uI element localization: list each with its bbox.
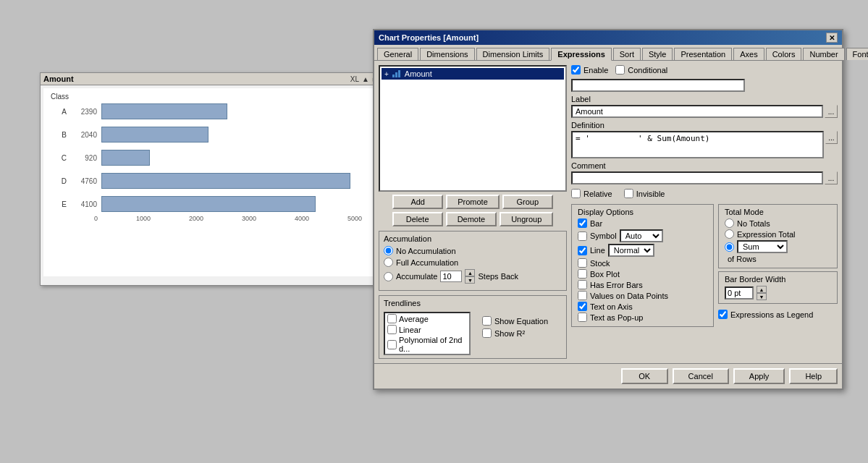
dialog-content: + Amount Add Promote Group: [374, 61, 842, 363]
expression-total-radio[interactable]: [725, 229, 734, 239]
sum-radio[interactable]: [725, 242, 734, 252]
stock-checkbox[interactable]: [578, 258, 587, 268]
label-field-group: Label ...: [571, 95, 838, 118]
full-accumulation-radio[interactable]: [384, 258, 393, 267]
tab-colors[interactable]: Colors: [766, 48, 802, 60]
relative-row: Relative: [571, 189, 612, 198]
text-on-axis-checkbox[interactable]: [578, 302, 587, 311]
boxplot-checkbox[interactable]: [578, 269, 587, 279]
bar-label-b: B: [56, 131, 67, 139]
invisible-checkbox[interactable]: [624, 189, 633, 198]
poly3-label: Polynomial of 3rd d...: [399, 354, 467, 355]
tab-presentation[interactable]: Presentation: [674, 48, 732, 60]
chart-axis: 0 1000 2000 3000 4000 5000: [51, 215, 369, 222]
list-item[interactable]: Average: [385, 313, 469, 324]
table-row: A 2390: [56, 103, 369, 119]
list-item[interactable]: + Amount: [382, 68, 564, 80]
label-input[interactable]: [571, 105, 823, 118]
steps-input[interactable]: [440, 271, 462, 282]
tab-style[interactable]: Style: [642, 48, 673, 60]
no-totals-label: No Totals: [737, 219, 770, 228]
line-checkbox[interactable]: [578, 246, 587, 255]
relative-label: Relative: [583, 190, 612, 198]
show-equation-row: Show Equation: [482, 316, 548, 326]
bar-border-input[interactable]: [725, 286, 754, 300]
no-accumulation-radio[interactable]: [384, 246, 393, 255]
tab-number[interactable]: Number: [803, 48, 844, 60]
definition-ellipsis-button[interactable]: ...: [825, 131, 838, 144]
expression-list[interactable]: + Amount: [379, 65, 567, 192]
poly2-checkbox[interactable]: [387, 340, 397, 349]
display-options-box: Display Options Bar Symbol Auto: [571, 204, 714, 327]
list-item[interactable]: Polynomial of 3rd d...: [385, 354, 469, 355]
symbol-select[interactable]: Auto: [620, 229, 663, 242]
bar-container-d: [101, 173, 369, 189]
dialog-close-button[interactable]: ✕: [826, 33, 838, 43]
symbol-checkbox[interactable]: [578, 232, 587, 241]
enable-checkbox[interactable]: [571, 65, 581, 75]
promote-button[interactable]: Promote: [446, 195, 500, 209]
expressions-as-legend-checkbox[interactable]: [718, 310, 728, 319]
dialog-footer: OK Cancel Apply Help: [374, 363, 842, 388]
tab-dimension-limits[interactable]: Dimension Limits: [476, 48, 550, 60]
display-total-row: Display Options Bar Symbol Auto: [571, 204, 838, 327]
steps-down[interactable]: ▼: [465, 276, 475, 284]
demote-button[interactable]: Demote: [446, 212, 497, 226]
no-totals-radio[interactable]: [725, 218, 734, 228]
show-r2-checkbox[interactable]: [482, 328, 492, 338]
add-button[interactable]: Add: [392, 195, 443, 209]
cancel-button[interactable]: Cancel: [673, 368, 729, 384]
sum-select[interactable]: Sum: [737, 240, 788, 253]
tab-dimensions[interactable]: Dimensions: [420, 48, 474, 60]
chart-xl-btn[interactable]: XL: [350, 75, 359, 83]
conditional-checkbox[interactable]: [615, 65, 625, 75]
average-checkbox[interactable]: [387, 314, 397, 323]
steps-up[interactable]: ▲: [465, 269, 475, 276]
line-select[interactable]: Normal: [608, 244, 654, 257]
help-button[interactable]: Help: [789, 368, 838, 384]
bar-c: [101, 150, 150, 166]
text-as-popup-checkbox[interactable]: [578, 313, 587, 322]
relative-checkbox[interactable]: [571, 189, 581, 198]
tab-font[interactable]: Font: [846, 48, 868, 60]
comment-input[interactable]: [571, 171, 823, 184]
trendlines-title: Trendlines: [384, 299, 478, 307]
list-item[interactable]: Polynomial of 2nd d...: [385, 335, 469, 354]
chart-restore-btn[interactable]: ▲: [362, 75, 369, 83]
conditional-input[interactable]: [571, 79, 745, 92]
error-bars-checkbox[interactable]: [578, 280, 587, 289]
relative-invisible-row: Relative Invisible: [571, 189, 838, 198]
bar-border-spinner[interactable]: ▲ ▼: [757, 286, 767, 300]
comment-ellipsis-button[interactable]: ...: [825, 171, 838, 184]
ok-button[interactable]: OK: [621, 368, 668, 384]
no-accumulation-label: No Accumulation: [396, 247, 456, 255]
delete-button[interactable]: Delete: [392, 212, 443, 226]
text-on-axis-row: Text on Axis: [578, 302, 707, 311]
definition-textarea[interactable]: = ' ' & Sum(Amount): [571, 131, 824, 158]
sum-row: Sum: [725, 240, 831, 253]
bar-border-up[interactable]: ▲: [757, 286, 767, 293]
bar-checkbox[interactable]: [578, 218, 587, 228]
label-ellipsis-button[interactable]: ...: [825, 105, 838, 118]
chart-window-title: Amount: [43, 75, 74, 83]
steps-spinner[interactable]: ▲ ▼: [465, 269, 475, 284]
tab-axes[interactable]: Axes: [733, 48, 764, 60]
apply-button[interactable]: Apply: [733, 368, 785, 384]
list-item[interactable]: Linear: [385, 324, 469, 335]
trendlines-list[interactable]: Average Linear Polynomial of 2nd d...: [384, 312, 471, 355]
boxplot-option-row: Box Plot: [578, 269, 707, 279]
bar-label-a: A: [56, 108, 67, 116]
ungroup-button[interactable]: Ungroup: [500, 212, 553, 226]
values-on-data-points-checkbox[interactable]: [578, 291, 587, 300]
tab-expressions[interactable]: Expressions: [551, 48, 611, 61]
group-button[interactable]: Group: [502, 195, 553, 209]
bar-border-down[interactable]: ▼: [757, 293, 767, 300]
tab-sort[interactable]: Sort: [613, 48, 641, 60]
show-equation-checkbox[interactable]: [482, 316, 492, 326]
display-options-title: Display Options: [578, 208, 707, 216]
tab-general[interactable]: General: [377, 48, 418, 60]
bar-chart-icon: [392, 69, 402, 78]
linear-checkbox[interactable]: [387, 325, 397, 334]
bar-a: [101, 103, 227, 119]
accumulate-radio[interactable]: [384, 272, 393, 281]
